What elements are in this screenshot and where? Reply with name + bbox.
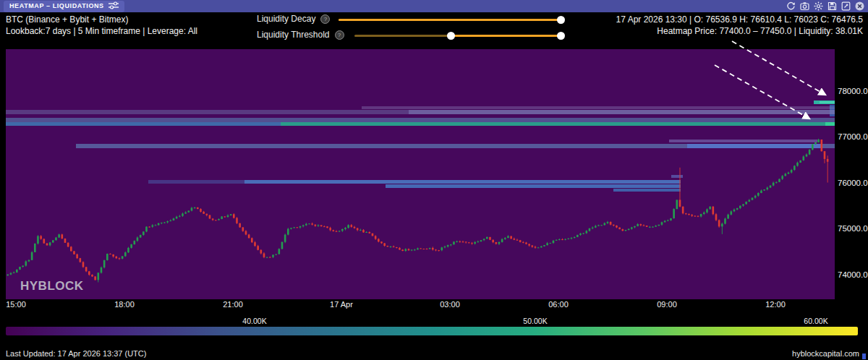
info-icon[interactable]: ? (335, 30, 344, 40)
price-tick-label: 77000.0 (838, 132, 868, 141)
time-tick-label: 15:00 (6, 300, 26, 309)
liquidity-colorbar (6, 327, 858, 335)
liquidity-decay-label: Liquidity Decay (257, 14, 315, 24)
price-tick-label: 76000.0 (838, 179, 868, 187)
heatmap-readout: Heatmap Price: 77400.0 – 77450.0 | Liqui… (616, 25, 863, 37)
close-icon[interactable] (855, 1, 864, 11)
colorbar-tick-label: 40.00K (242, 317, 266, 325)
info-icon[interactable]: ? (320, 14, 330, 24)
site-link[interactable]: hyblockcapital.com (792, 349, 859, 358)
time-tick-label: 17 Apr (330, 300, 353, 309)
time-tick-label: 18:00 (114, 300, 135, 309)
chart-svg (6, 49, 835, 299)
slider-thumb[interactable] (557, 16, 565, 24)
toolbar-icon-group (786, 1, 864, 11)
readout-info: 17 Apr 2026 13:30 | O: 76536.9 H: 76610.… (616, 14, 863, 37)
colorbar-tick-label: 60.00K (804, 317, 827, 325)
symbol-label: BTC (Binance + Bybit + Bitmex) (6, 14, 197, 25)
heatmap-chart[interactable]: HYBLOCK (6, 49, 835, 299)
price-tick-label: 74000.0 (838, 270, 868, 279)
last-updated-label: Last Updated: 17 Apr 2026 13:37 (UTC) (6, 349, 146, 358)
tune-icon[interactable] (109, 0, 119, 12)
top-bar: HEATMAP – LIQUIDATIONS (0, 0, 868, 12)
time-tick-label: 06:00 (548, 300, 569, 309)
time-tick-label: 12:00 (765, 300, 786, 309)
camera-icon[interactable] (800, 1, 809, 11)
scrollbar-corner (862, 353, 866, 359)
app-window: HEATMAP – LIQUIDATIONS (0, 0, 868, 360)
tab-heatmap-liquidations[interactable]: HEATMAP – LIQUIDATIONS (4, 1, 124, 12)
tab-title: HEATMAP – LIQUIDATIONS (9, 2, 104, 9)
price-tick-label: 75000.0 (838, 224, 868, 233)
ohlc-readout: 17 Apr 2026 13:30 | O: 76536.9 H: 76610.… (616, 14, 863, 25)
slider-thumb[interactable] (557, 32, 565, 40)
colorbar-tick-label: 50.00K (523, 317, 547, 325)
time-tick-label: 21:00 (223, 300, 243, 309)
settings-label: Lookback:7 days | 5 Min timeframe | Leve… (6, 25, 197, 37)
gear-icon[interactable] (814, 1, 823, 11)
liquidity-decay-row: Liquidity Decay ? (257, 14, 330, 24)
price-tick-label: 78000.0 (838, 87, 868, 95)
refresh-icon[interactable] (786, 1, 796, 11)
liquidity-threshold-label: Liquidity Threshold (257, 30, 330, 40)
slider-thumb[interactable] (447, 32, 455, 40)
save-icon[interactable] (827, 1, 837, 11)
expand-icon[interactable] (841, 1, 851, 11)
time-tick-label: 03:00 (440, 300, 460, 309)
hyblock-watermark: HYBLOCK (20, 279, 84, 293)
symbol-info: BTC (Binance + Bybit + Bitmex) Lookback:… (6, 14, 197, 37)
liquidity-threshold-row: Liquidity Threshold ? (257, 30, 344, 40)
time-tick-label: 09:00 (657, 300, 677, 309)
